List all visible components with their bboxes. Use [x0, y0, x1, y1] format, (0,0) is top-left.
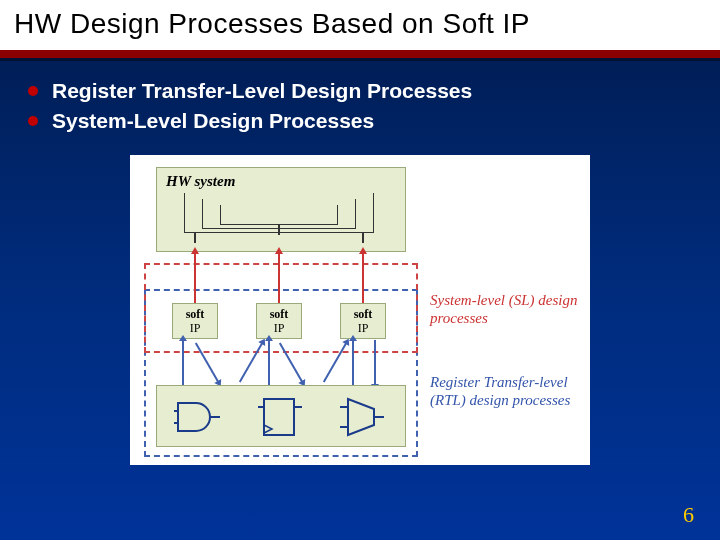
bullet-list: Register Transfer-Level Design Processes…: [28, 79, 692, 133]
bullet-text: System-Level Design Processes: [52, 109, 374, 133]
page-number: 6: [683, 502, 694, 528]
ip-ip-label: IP: [358, 321, 369, 335]
hw-system-label: HW system: [166, 173, 235, 190]
svg-rect-3: [264, 399, 294, 435]
soft-ip-box: soft IP: [340, 303, 386, 339]
bullet-text: Register Transfer-Level Design Processes: [52, 79, 472, 103]
ip-soft-label: soft: [354, 307, 373, 321]
arrow-up-icon: [194, 253, 196, 303]
ip-ip-label: IP: [274, 321, 285, 335]
sl-caption: System-level (SL) design processes: [430, 291, 590, 327]
soft-ip-box: soft IP: [256, 303, 302, 339]
accent-bar: [0, 50, 720, 58]
bus-bracket: [220, 205, 338, 225]
arrow-blue-icon: [268, 340, 270, 385]
slide-title: HW Design Processes Based on Soft IP: [14, 8, 706, 40]
accent-shadow: [0, 58, 720, 61]
arrow-blue-icon: [182, 340, 184, 385]
and-gate-icon: [174, 397, 224, 437]
bullet-item: Register Transfer-Level Design Processes: [28, 79, 692, 103]
ip-ip-label: IP: [190, 321, 201, 335]
ip-soft-label: soft: [186, 307, 205, 321]
rtl-caption: Register Transfer-level (RTL) design pro…: [430, 373, 600, 409]
mux-icon: [340, 395, 386, 439]
bullet-icon: [28, 116, 38, 126]
bus-stub: [194, 233, 196, 243]
content-area: Register Transfer-Level Design Processes…: [0, 61, 720, 465]
arrow-up-icon: [278, 253, 280, 303]
bus-stub: [278, 225, 280, 235]
diagram: HW system soft IP soft IP: [130, 155, 590, 465]
diagram-wrap: HW system soft IP soft IP: [28, 155, 692, 465]
bullet-item: System-Level Design Processes: [28, 109, 692, 133]
arrow-blue-icon: [374, 340, 376, 385]
ip-soft-label: soft: [270, 307, 289, 321]
bus-stub: [362, 233, 364, 243]
arrow-up-icon: [362, 253, 364, 303]
bullet-icon: [28, 86, 38, 96]
title-bar: HW Design Processes Based on Soft IP: [0, 0, 720, 50]
arrow-blue-icon: [352, 340, 354, 385]
soft-ip-box: soft IP: [172, 303, 218, 339]
flipflop-icon: [258, 395, 304, 439]
